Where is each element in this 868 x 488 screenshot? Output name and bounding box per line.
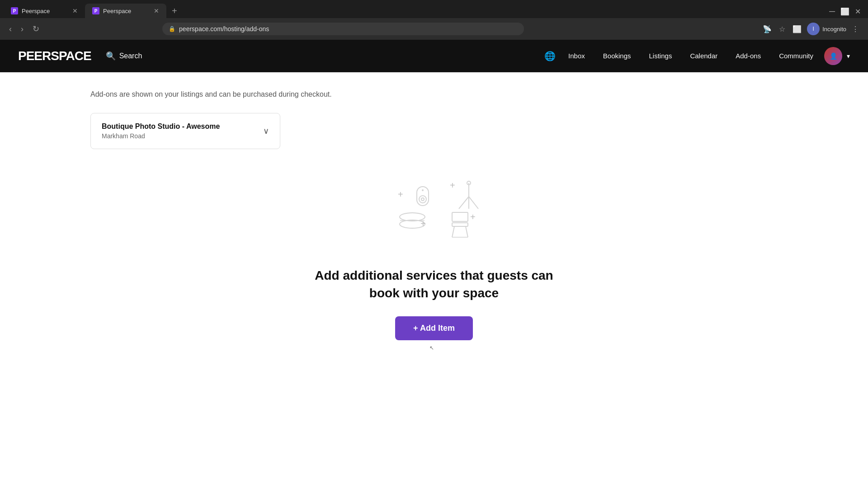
browser-right-icons: 📡 ☆ ⬜ I Incognito ⋮ <box>761 23 861 35</box>
cursor-position: ↖ <box>429 345 434 351</box>
svg-point-3 <box>422 189 424 191</box>
nav-inbox[interactable]: Inbox <box>561 48 592 63</box>
svg-line-15 <box>466 226 468 237</box>
svg-point-2 <box>421 198 424 201</box>
globe-icon[interactable]: 🌐 <box>544 51 556 61</box>
bookmark-icon[interactable]: ☆ <box>777 23 787 35</box>
search-icon: 🔍 <box>106 51 116 61</box>
extensions-icon[interactable]: ⬜ <box>791 23 803 35</box>
new-tab-button[interactable]: + <box>168 4 181 18</box>
avatar-image: 👤 <box>824 47 842 65</box>
tripod-icon <box>457 181 481 212</box>
navbar-search[interactable]: 🔍 Search <box>106 51 142 61</box>
listing-location: Markham Road <box>102 132 220 140</box>
nav-listings[interactable]: Listings <box>642 48 679 63</box>
profile-icon: I <box>807 23 820 35</box>
empty-state-illustration: + + + + <box>362 176 506 249</box>
empty-state-title: Add additional services that guests can … <box>298 267 570 302</box>
speaker-icon <box>411 183 434 212</box>
svg-line-14 <box>452 226 454 237</box>
restore-icon[interactable]: ⬜ <box>840 7 849 16</box>
listing-name: Boutique Photo Studio - Awesome <box>102 122 220 131</box>
app: PEERSPACE 🔍 Search 🌐 Inbox Bookings List… <box>0 40 868 394</box>
nav-bookings[interactable]: Bookings <box>596 48 638 63</box>
browser-address-bar: ‹ › ↻ 🔒 peerspace.com/hosting/add-ons 📡 … <box>0 18 868 40</box>
add-item-button[interactable]: + Add Item <box>395 316 473 340</box>
refresh-button[interactable]: ↻ <box>31 22 41 36</box>
svg-line-5 <box>459 197 469 209</box>
food-icon <box>398 212 427 230</box>
svg-point-1 <box>419 196 426 203</box>
tab2-close[interactable]: ✕ <box>154 7 159 14</box>
dropdown-chevron-icon: ∨ <box>263 126 269 136</box>
plus-decorative-1: + <box>398 190 403 199</box>
main-content: Add-ons are shown on your listings and c… <box>0 72 868 394</box>
user-menu-chevron[interactable]: ▾ <box>847 52 850 60</box>
menu-icon[interactable]: ⋮ <box>850 23 861 35</box>
svg-rect-13 <box>452 223 468 226</box>
tab1-title: Peerspace <box>22 8 69 14</box>
navbar: PEERSPACE 🔍 Search 🌐 Inbox Bookings List… <box>0 40 868 72</box>
browser-tab-1[interactable]: P Peerspace ✕ <box>4 4 85 18</box>
navbar-logo[interactable]: PEERSPACE <box>18 49 91 63</box>
nav-community[interactable]: Community <box>772 48 821 63</box>
browser-profile[interactable]: I Incognito <box>807 23 846 35</box>
tab2-favicon: P <box>92 7 99 14</box>
nav-addons[interactable]: Add-ons <box>728 48 768 63</box>
plus-decorative-2: + <box>450 181 455 190</box>
svg-rect-12 <box>452 212 468 221</box>
empty-state: + + + + <box>90 149 778 376</box>
svg-line-7 <box>469 197 478 209</box>
listing-dropdown[interactable]: Boutique Photo Studio - Awesome Markham … <box>90 113 280 149</box>
search-label: Search <box>119 52 142 60</box>
browser-tab-2[interactable]: P Peerspace ✕ <box>85 4 166 18</box>
chair-icon <box>448 210 472 239</box>
nav-calendar[interactable]: Calendar <box>683 48 725 63</box>
user-menu[interactable]: 👤 ▾ <box>824 47 850 65</box>
user-avatar[interactable]: 👤 <box>824 47 842 65</box>
back-button[interactable]: ‹ <box>7 23 14 36</box>
cast-icon[interactable]: 📡 <box>761 23 774 35</box>
lock-icon: 🔒 <box>169 26 175 32</box>
browser-chrome: P Peerspace ✕ P Peerspace ✕ + ─ ⬜ ✕ ‹ › … <box>0 0 868 40</box>
forward-button[interactable]: › <box>19 23 25 36</box>
dropdown-content: Boutique Photo Studio - Awesome Markham … <box>102 122 220 140</box>
navbar-nav: 🌐 Inbox Bookings Listings Calendar Add-o… <box>544 47 850 65</box>
close-window-icon[interactable]: ✕ <box>855 7 861 16</box>
tab1-close[interactable]: ✕ <box>72 7 78 14</box>
tab1-favicon: P <box>11 7 18 14</box>
url-bar[interactable]: 🔒 peerspace.com/hosting/add-ons <box>162 23 524 35</box>
browser-tabs-bar: P Peerspace ✕ P Peerspace ✕ + ─ ⬜ ✕ <box>0 0 868 18</box>
page-subtitle: Add-ons are shown on your listings and c… <box>90 90 778 99</box>
url-text: peerspace.com/hosting/add-ons <box>179 25 518 33</box>
tab2-title: Peerspace <box>103 8 150 14</box>
minimize-icon[interactable]: ─ <box>829 7 835 16</box>
profile-label: Incognito <box>822 26 846 33</box>
